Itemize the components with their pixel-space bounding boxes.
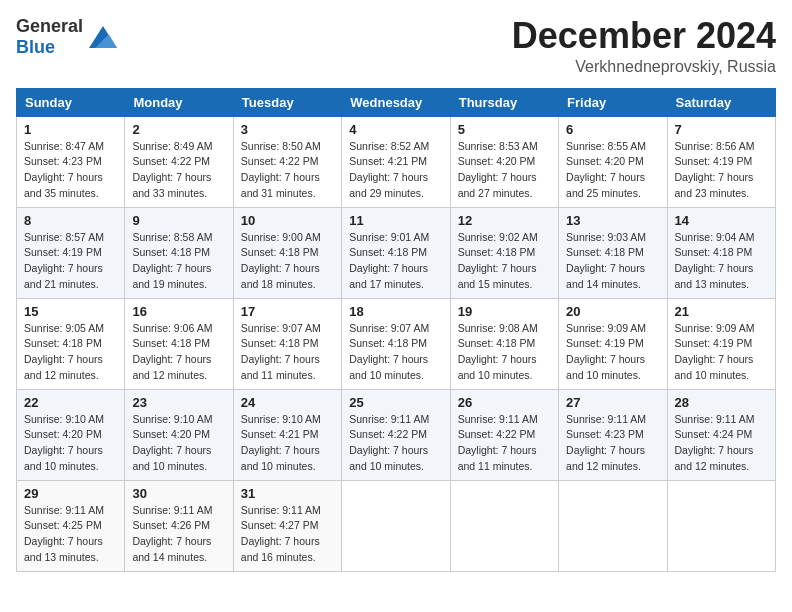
day-info: Sunrise: 9:09 AM Sunset: 4:19 PM Dayligh… [566,321,659,384]
logo-text: General Blue [16,16,83,58]
day-info: Sunrise: 9:11 AM Sunset: 4:23 PM Dayligh… [566,412,659,475]
sunset-label: Sunset: 4:23 PM [566,428,644,440]
calendar-cell: 17 Sunrise: 9:07 AM Sunset: 4:18 PM Dayl… [233,298,341,389]
location-title: Verkhnedneprovskiy, Russia [512,58,776,76]
sunrise-label: Sunrise: 8:52 AM [349,140,429,152]
sunset-label: Sunset: 4:18 PM [566,246,644,258]
daylight-label: Daylight: 7 hours and 12 minutes. [132,353,211,381]
sunrise-label: Sunrise: 9:10 AM [241,413,321,425]
day-info: Sunrise: 9:11 AM Sunset: 4:24 PM Dayligh… [675,412,768,475]
calendar-cell: 19 Sunrise: 9:08 AM Sunset: 4:18 PM Dayl… [450,298,558,389]
daylight-label: Daylight: 7 hours and 21 minutes. [24,262,103,290]
day-info: Sunrise: 8:58 AM Sunset: 4:18 PM Dayligh… [132,230,225,293]
calendar-cell: 6 Sunrise: 8:55 AM Sunset: 4:20 PM Dayli… [559,116,667,207]
weekday-header-saturday: Saturday [667,88,775,116]
calendar-cell: 13 Sunrise: 9:03 AM Sunset: 4:18 PM Dayl… [559,207,667,298]
sunrise-label: Sunrise: 8:49 AM [132,140,212,152]
calendar-cell: 12 Sunrise: 9:02 AM Sunset: 4:18 PM Dayl… [450,207,558,298]
day-number: 26 [458,395,551,410]
sunset-label: Sunset: 4:19 PM [566,337,644,349]
sunset-label: Sunset: 4:21 PM [241,428,319,440]
day-number: 15 [24,304,117,319]
calendar-cell: 18 Sunrise: 9:07 AM Sunset: 4:18 PM Dayl… [342,298,450,389]
day-info: Sunrise: 8:49 AM Sunset: 4:22 PM Dayligh… [132,139,225,202]
daylight-label: Daylight: 7 hours and 18 minutes. [241,262,320,290]
day-info: Sunrise: 9:03 AM Sunset: 4:18 PM Dayligh… [566,230,659,293]
daylight-label: Daylight: 7 hours and 13 minutes. [24,535,103,563]
day-info: Sunrise: 8:52 AM Sunset: 4:21 PM Dayligh… [349,139,442,202]
sunset-label: Sunset: 4:22 PM [458,428,536,440]
sunset-label: Sunset: 4:20 PM [132,428,210,440]
calendar-cell: 24 Sunrise: 9:10 AM Sunset: 4:21 PM Dayl… [233,389,341,480]
daylight-label: Daylight: 7 hours and 10 minutes. [458,353,537,381]
calendar-cell: 10 Sunrise: 9:00 AM Sunset: 4:18 PM Dayl… [233,207,341,298]
day-info: Sunrise: 9:02 AM Sunset: 4:18 PM Dayligh… [458,230,551,293]
daylight-label: Daylight: 7 hours and 29 minutes. [349,171,428,199]
sunset-label: Sunset: 4:20 PM [24,428,102,440]
daylight-label: Daylight: 7 hours and 35 minutes. [24,171,103,199]
sunrise-label: Sunrise: 8:58 AM [132,231,212,243]
calendar-cell: 20 Sunrise: 9:09 AM Sunset: 4:19 PM Dayl… [559,298,667,389]
calendar-cell: 21 Sunrise: 9:09 AM Sunset: 4:19 PM Dayl… [667,298,775,389]
day-info: Sunrise: 9:09 AM Sunset: 4:19 PM Dayligh… [675,321,768,384]
sunrise-label: Sunrise: 9:03 AM [566,231,646,243]
daylight-label: Daylight: 7 hours and 10 minutes. [675,353,754,381]
day-number: 14 [675,213,768,228]
sunset-label: Sunset: 4:22 PM [241,155,319,167]
day-number: 16 [132,304,225,319]
day-info: Sunrise: 9:08 AM Sunset: 4:18 PM Dayligh… [458,321,551,384]
calendar-cell: 23 Sunrise: 9:10 AM Sunset: 4:20 PM Dayl… [125,389,233,480]
calendar-header-row: SundayMondayTuesdayWednesdayThursdayFrid… [17,88,776,116]
daylight-label: Daylight: 7 hours and 33 minutes. [132,171,211,199]
day-number: 22 [24,395,117,410]
sunrise-label: Sunrise: 9:11 AM [349,413,429,425]
sunset-label: Sunset: 4:22 PM [349,428,427,440]
daylight-label: Daylight: 7 hours and 10 minutes. [241,444,320,472]
sunset-label: Sunset: 4:18 PM [349,337,427,349]
logo: General Blue [16,16,117,58]
sunrise-label: Sunrise: 9:10 AM [132,413,212,425]
daylight-label: Daylight: 7 hours and 15 minutes. [458,262,537,290]
sunrise-label: Sunrise: 9:06 AM [132,322,212,334]
day-number: 18 [349,304,442,319]
weekday-header-sunday: Sunday [17,88,125,116]
sunset-label: Sunset: 4:18 PM [349,246,427,258]
sunrise-label: Sunrise: 9:10 AM [24,413,104,425]
sunset-label: Sunset: 4:19 PM [675,337,753,349]
calendar-cell: 15 Sunrise: 9:05 AM Sunset: 4:18 PM Dayl… [17,298,125,389]
day-info: Sunrise: 8:57 AM Sunset: 4:19 PM Dayligh… [24,230,117,293]
daylight-label: Daylight: 7 hours and 11 minutes. [241,353,320,381]
sunrise-label: Sunrise: 9:07 AM [349,322,429,334]
weekday-header-friday: Friday [559,88,667,116]
day-info: Sunrise: 9:10 AM Sunset: 4:20 PM Dayligh… [24,412,117,475]
sunrise-label: Sunrise: 9:11 AM [458,413,538,425]
day-number: 17 [241,304,334,319]
day-number: 10 [241,213,334,228]
day-number: 29 [24,486,117,501]
sunrise-label: Sunrise: 9:07 AM [241,322,321,334]
calendar-cell: 27 Sunrise: 9:11 AM Sunset: 4:23 PM Dayl… [559,389,667,480]
sunset-label: Sunset: 4:18 PM [675,246,753,258]
day-info: Sunrise: 9:01 AM Sunset: 4:18 PM Dayligh… [349,230,442,293]
weekday-header-thursday: Thursday [450,88,558,116]
day-number: 9 [132,213,225,228]
calendar-cell [559,480,667,571]
day-info: Sunrise: 9:07 AM Sunset: 4:18 PM Dayligh… [349,321,442,384]
sunset-label: Sunset: 4:26 PM [132,519,210,531]
day-number: 7 [675,122,768,137]
calendar-cell: 22 Sunrise: 9:10 AM Sunset: 4:20 PM Dayl… [17,389,125,480]
daylight-label: Daylight: 7 hours and 23 minutes. [675,171,754,199]
daylight-label: Daylight: 7 hours and 10 minutes. [349,444,428,472]
daylight-label: Daylight: 7 hours and 16 minutes. [241,535,320,563]
daylight-label: Daylight: 7 hours and 14 minutes. [566,262,645,290]
daylight-label: Daylight: 7 hours and 12 minutes. [566,444,645,472]
day-info: Sunrise: 9:05 AM Sunset: 4:18 PM Dayligh… [24,321,117,384]
sunrise-label: Sunrise: 9:02 AM [458,231,538,243]
sunset-label: Sunset: 4:20 PM [458,155,536,167]
calendar-body: 1 Sunrise: 8:47 AM Sunset: 4:23 PM Dayli… [17,116,776,571]
day-number: 30 [132,486,225,501]
calendar-cell: 3 Sunrise: 8:50 AM Sunset: 4:22 PM Dayli… [233,116,341,207]
sunrise-label: Sunrise: 8:50 AM [241,140,321,152]
sunrise-label: Sunrise: 9:11 AM [24,504,104,516]
daylight-label: Daylight: 7 hours and 19 minutes. [132,262,211,290]
